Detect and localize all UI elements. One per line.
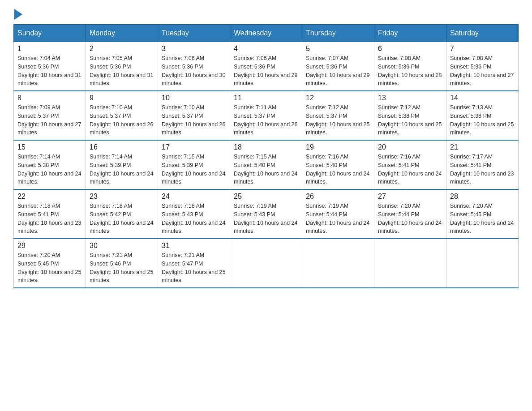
day-info: Sunrise: 7:16 AMSunset: 5:40 PMDaylight:… xyxy=(306,153,370,186)
calendar-cell: 16Sunrise: 7:14 AMSunset: 5:39 PMDayligh… xyxy=(86,140,158,189)
day-number: 4 xyxy=(234,45,298,53)
day-number: 27 xyxy=(378,193,442,201)
day-info: Sunrise: 7:21 AMSunset: 5:46 PMDaylight:… xyxy=(90,251,154,285)
calendar-cell: 22Sunrise: 7:18 AMSunset: 5:41 PMDayligh… xyxy=(14,189,86,239)
calendar-cell: 10Sunrise: 7:10 AMSunset: 5:37 PMDayligh… xyxy=(158,91,230,140)
calendar-cell: 28Sunrise: 7:20 AMSunset: 5:45 PMDayligh… xyxy=(446,189,519,239)
calendar-cell: 1Sunrise: 7:04 AMSunset: 5:36 PMDaylight… xyxy=(14,42,86,91)
calendar-cell: 31Sunrise: 7:21 AMSunset: 5:47 PMDayligh… xyxy=(158,239,230,288)
day-number: 12 xyxy=(306,94,370,102)
calendar-cell: 13Sunrise: 7:12 AMSunset: 5:38 PMDayligh… xyxy=(374,91,446,140)
calendar-cell: 12Sunrise: 7:12 AMSunset: 5:37 PMDayligh… xyxy=(302,91,374,140)
weekday-header-friday: Friday xyxy=(374,25,446,42)
day-number: 29 xyxy=(17,242,82,250)
calendar-cell: 25Sunrise: 7:19 AMSunset: 5:43 PMDayligh… xyxy=(230,189,302,239)
day-number: 5 xyxy=(306,45,370,53)
day-info: Sunrise: 7:16 AMSunset: 5:41 PMDaylight:… xyxy=(378,153,442,186)
day-info: Sunrise: 7:09 AMSunset: 5:37 PMDaylight:… xyxy=(17,103,82,137)
day-info: Sunrise: 7:06 AMSunset: 5:36 PMDaylight:… xyxy=(234,54,298,88)
day-number: 30 xyxy=(90,242,154,250)
day-number: 11 xyxy=(234,94,298,102)
calendar-cell: 19Sunrise: 7:16 AMSunset: 5:40 PMDayligh… xyxy=(302,140,374,189)
day-info: Sunrise: 7:07 AMSunset: 5:36 PMDaylight:… xyxy=(306,54,370,88)
day-number: 20 xyxy=(378,143,442,151)
calendar-cell xyxy=(446,239,519,288)
day-number: 22 xyxy=(17,193,82,201)
calendar-cell: 11Sunrise: 7:11 AMSunset: 5:37 PMDayligh… xyxy=(230,91,302,140)
calendar-cell xyxy=(302,239,374,288)
calendar-cell: 7Sunrise: 7:08 AMSunset: 5:36 PMDaylight… xyxy=(446,42,519,91)
day-info: Sunrise: 7:19 AMSunset: 5:44 PMDaylight:… xyxy=(306,202,370,235)
day-number: 28 xyxy=(450,193,515,201)
calendar-cell: 26Sunrise: 7:19 AMSunset: 5:44 PMDayligh… xyxy=(302,189,374,239)
calendar-week-row: 29Sunrise: 7:20 AMSunset: 5:45 PMDayligh… xyxy=(14,239,519,288)
day-info: Sunrise: 7:18 AMSunset: 5:42 PMDaylight:… xyxy=(90,202,154,235)
day-info: Sunrise: 7:20 AMSunset: 5:45 PMDaylight:… xyxy=(17,251,82,285)
day-info: Sunrise: 7:14 AMSunset: 5:38 PMDaylight:… xyxy=(17,153,82,186)
page-header xyxy=(13,9,519,20)
day-info: Sunrise: 7:17 AMSunset: 5:41 PMDaylight:… xyxy=(450,153,515,186)
calendar-cell: 21Sunrise: 7:17 AMSunset: 5:41 PMDayligh… xyxy=(446,140,519,189)
day-number: 25 xyxy=(234,193,298,201)
day-info: Sunrise: 7:04 AMSunset: 5:36 PMDaylight:… xyxy=(17,54,82,88)
weekday-header-saturday: Saturday xyxy=(446,25,519,42)
day-number: 7 xyxy=(450,45,515,53)
calendar-cell: 8Sunrise: 7:09 AMSunset: 5:37 PMDaylight… xyxy=(14,91,86,140)
calendar-cell: 2Sunrise: 7:05 AMSunset: 5:36 PMDaylight… xyxy=(86,42,158,91)
calendar-table: SundayMondayTuesdayWednesdayThursdayFrid… xyxy=(13,24,519,288)
calendar-cell: 17Sunrise: 7:15 AMSunset: 5:39 PMDayligh… xyxy=(158,140,230,189)
calendar-cell: 5Sunrise: 7:07 AMSunset: 5:36 PMDaylight… xyxy=(302,42,374,91)
day-info: Sunrise: 7:06 AMSunset: 5:36 PMDaylight:… xyxy=(162,54,226,88)
day-number: 14 xyxy=(450,94,515,102)
day-info: Sunrise: 7:13 AMSunset: 5:38 PMDaylight:… xyxy=(450,103,515,137)
day-info: Sunrise: 7:12 AMSunset: 5:37 PMDaylight:… xyxy=(306,103,370,137)
weekday-header-tuesday: Tuesday xyxy=(158,25,230,42)
day-number: 23 xyxy=(90,193,154,201)
day-info: Sunrise: 7:20 AMSunset: 5:45 PMDaylight:… xyxy=(450,202,515,235)
day-info: Sunrise: 7:19 AMSunset: 5:43 PMDaylight:… xyxy=(234,202,298,235)
day-number: 19 xyxy=(306,143,370,151)
day-number: 3 xyxy=(162,45,226,53)
day-number: 10 xyxy=(162,94,226,102)
weekday-header-monday: Monday xyxy=(86,25,158,42)
calendar-cell xyxy=(230,239,302,288)
day-number: 17 xyxy=(162,143,226,151)
calendar-cell: 29Sunrise: 7:20 AMSunset: 5:45 PMDayligh… xyxy=(14,239,86,288)
logo xyxy=(13,9,23,20)
calendar-cell: 3Sunrise: 7:06 AMSunset: 5:36 PMDaylight… xyxy=(158,42,230,91)
day-info: Sunrise: 7:14 AMSunset: 5:39 PMDaylight:… xyxy=(90,153,154,186)
calendar-week-row: 8Sunrise: 7:09 AMSunset: 5:37 PMDaylight… xyxy=(14,91,519,140)
calendar-cell: 18Sunrise: 7:15 AMSunset: 5:40 PMDayligh… xyxy=(230,140,302,189)
day-number: 21 xyxy=(450,143,515,151)
day-info: Sunrise: 7:08 AMSunset: 5:36 PMDaylight:… xyxy=(378,54,442,88)
day-number: 13 xyxy=(378,94,442,102)
day-info: Sunrise: 7:10 AMSunset: 5:37 PMDaylight:… xyxy=(162,103,226,137)
calendar-cell: 4Sunrise: 7:06 AMSunset: 5:36 PMDaylight… xyxy=(230,42,302,91)
day-number: 8 xyxy=(17,94,82,102)
day-info: Sunrise: 7:11 AMSunset: 5:37 PMDaylight:… xyxy=(234,103,298,137)
day-info: Sunrise: 7:18 AMSunset: 5:43 PMDaylight:… xyxy=(162,202,226,235)
weekday-header-row: SundayMondayTuesdayWednesdayThursdayFrid… xyxy=(14,25,519,42)
day-number: 15 xyxy=(17,143,82,151)
day-info: Sunrise: 7:08 AMSunset: 5:36 PMDaylight:… xyxy=(450,54,515,88)
day-info: Sunrise: 7:20 AMSunset: 5:44 PMDaylight:… xyxy=(378,202,442,235)
calendar-week-row: 1Sunrise: 7:04 AMSunset: 5:36 PMDaylight… xyxy=(14,42,519,91)
day-info: Sunrise: 7:10 AMSunset: 5:37 PMDaylight:… xyxy=(90,103,154,137)
calendar-body: 1Sunrise: 7:04 AMSunset: 5:36 PMDaylight… xyxy=(14,42,519,288)
day-info: Sunrise: 7:12 AMSunset: 5:38 PMDaylight:… xyxy=(378,103,442,137)
calendar-cell xyxy=(374,239,446,288)
calendar-cell: 15Sunrise: 7:14 AMSunset: 5:38 PMDayligh… xyxy=(14,140,86,189)
day-number: 6 xyxy=(378,45,442,53)
day-info: Sunrise: 7:21 AMSunset: 5:47 PMDaylight:… xyxy=(162,251,226,285)
calendar-cell: 9Sunrise: 7:10 AMSunset: 5:37 PMDaylight… xyxy=(86,91,158,140)
calendar-cell: 14Sunrise: 7:13 AMSunset: 5:38 PMDayligh… xyxy=(446,91,519,140)
logo-arrow-icon xyxy=(14,9,22,20)
day-number: 26 xyxy=(306,193,370,201)
calendar-header: SundayMondayTuesdayWednesdayThursdayFrid… xyxy=(14,25,519,42)
calendar-cell: 24Sunrise: 7:18 AMSunset: 5:43 PMDayligh… xyxy=(158,189,230,239)
weekday-header-thursday: Thursday xyxy=(302,25,374,42)
calendar-cell: 30Sunrise: 7:21 AMSunset: 5:46 PMDayligh… xyxy=(86,239,158,288)
calendar-week-row: 15Sunrise: 7:14 AMSunset: 5:38 PMDayligh… xyxy=(14,140,519,189)
calendar-week-row: 22Sunrise: 7:18 AMSunset: 5:41 PMDayligh… xyxy=(14,189,519,239)
day-info: Sunrise: 7:15 AMSunset: 5:40 PMDaylight:… xyxy=(234,153,298,186)
